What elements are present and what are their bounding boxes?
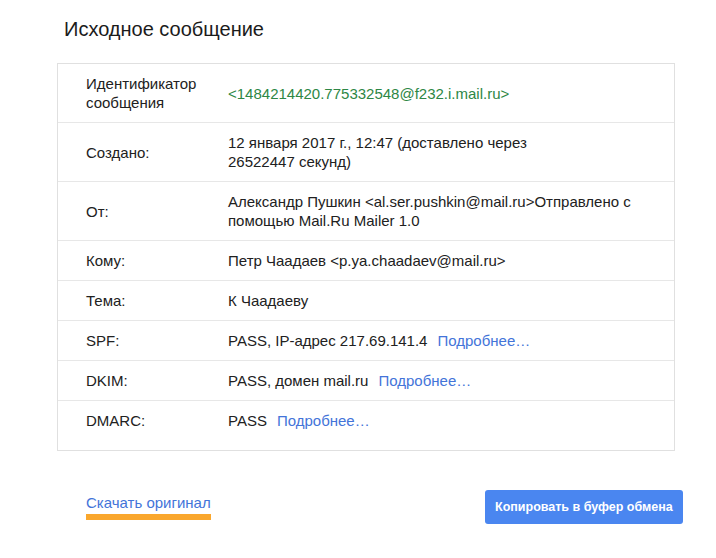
row-dkim: DKIM: PASS, домен mail.ruПодробнее… xyxy=(58,360,674,400)
subject-value: К Чаадаеву xyxy=(228,292,308,309)
row-value-cell: Александр Пушкин <al.ser.pushkin@mail.ru… xyxy=(228,192,674,230)
row-created: Создано: 12 января 2017 г., 12:47 (доста… xyxy=(58,122,674,181)
spf-value: PASS, IP-адрес 217.69.141.4 xyxy=(228,332,427,349)
dmarc-details-link[interactable]: Подробнее… xyxy=(277,412,370,429)
row-label: Идентификатор сообщения xyxy=(58,74,228,112)
row-from: От: Александр Пушкин <al.ser.pushkin@mai… xyxy=(58,181,674,240)
created-value: 12 января 2017 г., 12:47 (доставлено чер… xyxy=(228,134,527,170)
dmarc-value: PASS xyxy=(228,412,267,429)
row-label: Создано: xyxy=(58,143,228,162)
spf-details-link[interactable]: Подробнее… xyxy=(437,332,530,349)
message-id-value: <1484214420.775332548@f232.i.mail.ru> xyxy=(228,85,509,102)
row-label: Тема: xyxy=(58,291,228,310)
row-spf: SPF: PASS, IP-адрес 217.69.141.4Подробне… xyxy=(58,320,674,360)
row-label: SPF: xyxy=(58,331,228,350)
row-label: От: xyxy=(58,202,228,221)
row-to: Кому: Петр Чаадаев <p.ya.chaadaev@mail.r… xyxy=(58,240,674,280)
row-label: DKIM: xyxy=(58,371,228,390)
page-title: Исходное сообщение xyxy=(64,18,264,41)
row-value-cell: Петр Чаадаев <p.ya.chaadaev@mail.ru> xyxy=(228,251,674,270)
dkim-value: PASS, домен mail.ru xyxy=(228,372,368,389)
row-label: Кому: xyxy=(58,251,228,270)
row-value-cell: К Чаадаеву xyxy=(228,291,674,310)
row-value-cell: <1484214420.775332548@f232.i.mail.ru> xyxy=(228,84,674,103)
row-value-cell: PASS, IP-адрес 217.69.141.4Подробнее… xyxy=(228,331,674,350)
message-headers-table: Идентификатор сообщения <1484214420.7753… xyxy=(57,63,675,451)
to-value: Петр Чаадаев <p.ya.chaadaev@mail.ru> xyxy=(228,252,506,269)
row-value-cell: PASSПодробнее… xyxy=(228,411,674,430)
row-label: DMARC: xyxy=(58,411,228,430)
row-message-id: Идентификатор сообщения <1484214420.7753… xyxy=(58,64,674,122)
dkim-details-link[interactable]: Подробнее… xyxy=(378,372,471,389)
download-original-link[interactable]: Скачать оригинал xyxy=(86,495,211,520)
copy-to-clipboard-button[interactable]: Копировать в буфер обмена xyxy=(485,490,683,524)
row-value-cell: 12 января 2017 г., 12:47 (доставлено чер… xyxy=(228,133,674,171)
row-dmarc: DMARC: PASSПодробнее… xyxy=(58,400,674,450)
row-subject: Тема: К Чаадаеву xyxy=(58,280,674,320)
from-value: Александр Пушкин <al.ser.pushkin@mail.ru… xyxy=(228,193,631,229)
row-value-cell: PASS, домен mail.ruПодробнее… xyxy=(228,371,674,390)
